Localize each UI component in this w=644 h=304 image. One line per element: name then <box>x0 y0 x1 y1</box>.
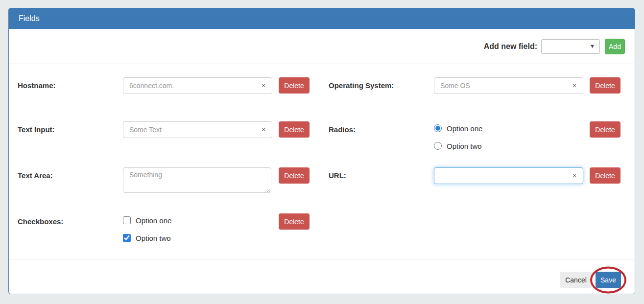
clear-icon[interactable]: × <box>570 81 579 91</box>
delete-text-area-button[interactable]: Delete <box>279 167 310 184</box>
radio-label[interactable]: Option one <box>447 124 482 133</box>
clear-icon[interactable]: × <box>259 81 268 91</box>
hostname-input[interactable] <box>123 77 272 94</box>
field-row-text-area: Text Area: Delete <box>18 167 329 213</box>
checkbox-option-two: Option two <box>123 233 272 243</box>
clear-icon[interactable]: × <box>259 125 268 135</box>
field-label: Text Area: <box>18 167 123 180</box>
field-row-url: URL: × Delete <box>329 167 626 213</box>
save-button[interactable]: Save <box>596 272 621 288</box>
checkbox-input-option-one[interactable] <box>123 216 131 224</box>
fields-area: Hostname: × Delete Operating System: × D… <box>9 64 635 259</box>
radio-label[interactable]: Option two <box>447 142 482 150</box>
delete-url-button[interactable]: Delete <box>590 167 620 184</box>
delete-operating-system-button[interactable]: Delete <box>590 77 620 94</box>
new-field-type-select[interactable]: ▼ <box>541 39 600 54</box>
add-new-field-row: Add new field: ▼ Add <box>9 29 635 64</box>
checkbox-input-option-two[interactable] <box>123 234 131 242</box>
field-label: URL: <box>329 167 434 180</box>
text-area-input[interactable] <box>123 167 271 193</box>
field-label: Text Input: <box>18 121 123 134</box>
radio-input-option-two[interactable] <box>434 142 442 150</box>
field-label: Hostname: <box>18 77 123 90</box>
field-label: Radios: <box>329 121 434 134</box>
field-row-hostname: Hostname: × Delete <box>18 77 329 121</box>
checkbox-label[interactable]: Option two <box>136 234 171 242</box>
clear-icon[interactable]: × <box>570 171 579 181</box>
field-label: Checkboxes: <box>18 213 123 226</box>
field-row-checkboxes: Checkboxes: Option one Option two Delete <box>18 213 329 259</box>
chevron-down-icon: ▼ <box>590 44 595 49</box>
url-input[interactable] <box>434 167 583 184</box>
checkbox-label[interactable]: Option one <box>136 216 171 225</box>
field-row-text-input: Text Input: × Delete <box>18 121 329 167</box>
field-label: Operating System: <box>329 77 434 90</box>
empty-cell <box>329 213 626 259</box>
text-input-input[interactable] <box>123 121 272 138</box>
cancel-button[interactable]: Cancel <box>560 272 592 288</box>
panel-title: Fields <box>9 8 635 29</box>
delete-radios-button[interactable]: Delete <box>590 121 620 138</box>
delete-text-input-button[interactable]: Delete <box>279 121 310 138</box>
add-new-field-label: Add new field: <box>484 42 537 51</box>
save-button-wrap: Save <box>596 272 621 288</box>
footer: Cancel Save <box>9 259 635 288</box>
radio-input-option-one[interactable] <box>434 124 442 132</box>
checkbox-option-one: Option one <box>123 215 272 226</box>
field-row-radios: Radios: Option one Option two Delete <box>329 121 626 167</box>
delete-hostname-button[interactable]: Delete <box>279 77 310 94</box>
radio-option-one: Option one <box>434 123 583 134</box>
radio-option-two: Option two <box>434 140 583 151</box>
delete-checkboxes-button[interactable]: Delete <box>279 213 310 230</box>
operating-system-input[interactable] <box>434 77 583 94</box>
add-button[interactable]: Add <box>605 39 625 54</box>
field-row-operating-system: Operating System: × Delete <box>329 77 626 121</box>
fields-panel: Fields Add new field: ▼ Add Hostname: × … <box>8 8 635 294</box>
